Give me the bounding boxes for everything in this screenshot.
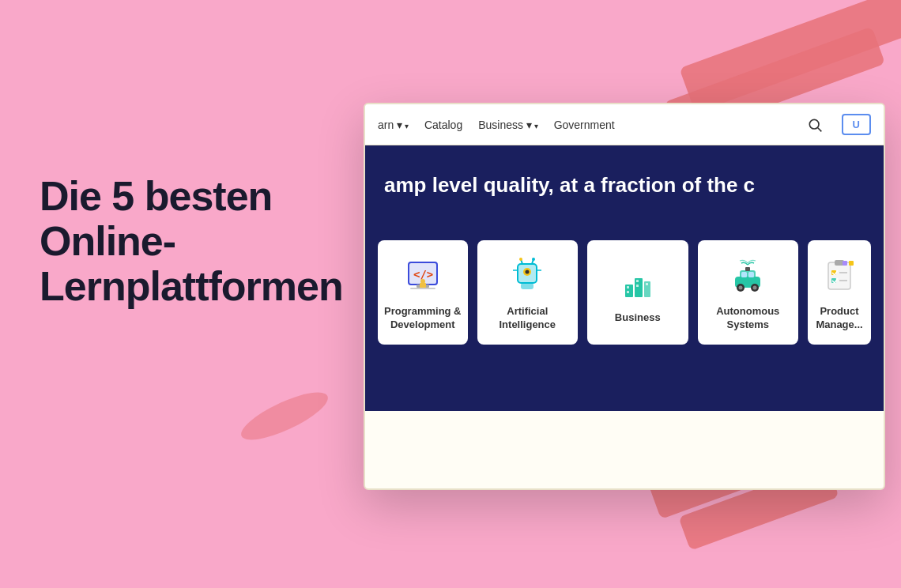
autonomous-icon (726, 253, 770, 297)
search-button[interactable] (804, 114, 826, 136)
product-icon (817, 253, 861, 297)
svg-rect-6 (410, 288, 435, 289)
svg-rect-8 (420, 283, 426, 288)
card-product-label: ProductManage... (816, 305, 862, 332)
card-business-label: Business (615, 311, 661, 325)
svg-rect-31 (748, 272, 754, 277)
decorative-stripe-5 (236, 383, 334, 448)
svg-rect-19 (521, 283, 533, 289)
card-business[interactable]: Business (587, 240, 688, 345)
card-product[interactable]: ProductManage... (808, 240, 871, 345)
bottom-section (365, 364, 884, 411)
category-cards-section: </> Programming &Development (365, 224, 884, 364)
svg-rect-27 (646, 283, 648, 285)
business-icon (616, 259, 660, 303)
svg-rect-24 (627, 291, 629, 293)
signup-button[interactable]: U (842, 114, 871, 135)
hero-text: amp level quality, at a fraction of the … (384, 173, 755, 198)
navbar: arn ▾ Catalog Business ▾ Government U (365, 104, 884, 145)
decorative-stripe-1 (679, 0, 901, 113)
svg-rect-36 (745, 267, 750, 271)
programming-icon: </> (401, 253, 445, 297)
svg-rect-47 (843, 261, 847, 266)
card-programming[interactable]: </> Programming &Development (378, 240, 468, 345)
svg-point-35 (753, 286, 757, 290)
hero-banner: amp level quality, at a fraction of the … (365, 145, 884, 224)
card-autonomous[interactable]: AutonomousSystems (698, 240, 799, 345)
svg-point-16 (532, 258, 535, 261)
svg-rect-23 (627, 286, 629, 288)
svg-text:</>: </> (413, 268, 433, 281)
card-ai[interactable]: ArtificialIntelligence (477, 240, 579, 345)
nav-item-business[interactable]: Business ▾ (478, 119, 537, 131)
nav-item-government[interactable]: Government (554, 119, 615, 131)
ai-icon (505, 253, 549, 297)
card-programming-label: Programming &Development (384, 305, 462, 332)
page-title: Die 5 besten Online-Lernplattformen (40, 174, 340, 310)
svg-rect-48 (849, 261, 854, 266)
card-autonomous-label: AutonomousSystems (716, 305, 779, 332)
search-icon (807, 117, 823, 133)
svg-line-1 (817, 127, 821, 131)
svg-rect-25 (636, 280, 639, 282)
svg-point-0 (809, 119, 819, 129)
nav-item-learn[interactable]: arn ▾ (378, 119, 409, 131)
svg-point-12 (526, 270, 530, 274)
browser-mockup: arn ▾ Catalog Business ▾ Government U am… (364, 103, 885, 490)
svg-point-33 (739, 286, 743, 290)
nav-item-catalog[interactable]: Catalog (424, 119, 462, 131)
svg-rect-26 (636, 285, 639, 287)
svg-point-14 (519, 258, 522, 261)
svg-rect-30 (741, 272, 747, 277)
left-text-area: Die 5 besten Online-Lernplattformen (40, 174, 340, 310)
svg-rect-37 (828, 262, 850, 289)
svg-rect-20 (625, 285, 633, 297)
card-ai-label: ArtificialIntelligence (500, 305, 556, 332)
